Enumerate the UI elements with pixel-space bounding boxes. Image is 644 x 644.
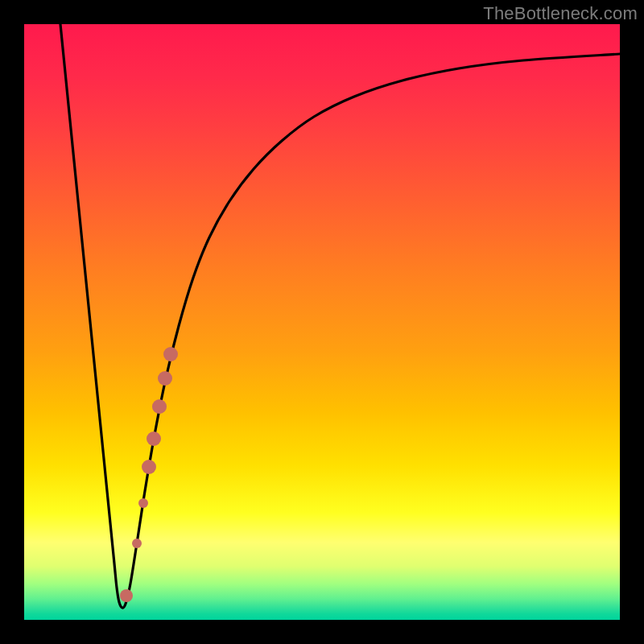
curve-markers [120,347,178,602]
curve-marker [120,589,133,602]
bottleneck-curve [60,24,620,608]
curve-marker [152,399,167,414]
curve-marker [163,347,178,361]
watermark-text: TheBottleneck.com [483,3,638,24]
curve-marker [132,539,142,548]
curve-marker [147,431,161,446]
chart-plot-area [24,24,620,620]
curve-marker [138,498,148,508]
curve-marker [158,371,172,386]
bottleneck-curve-svg [24,24,620,620]
curve-marker [142,460,156,474]
chart-frame: TheBottleneck.com [0,0,644,644]
